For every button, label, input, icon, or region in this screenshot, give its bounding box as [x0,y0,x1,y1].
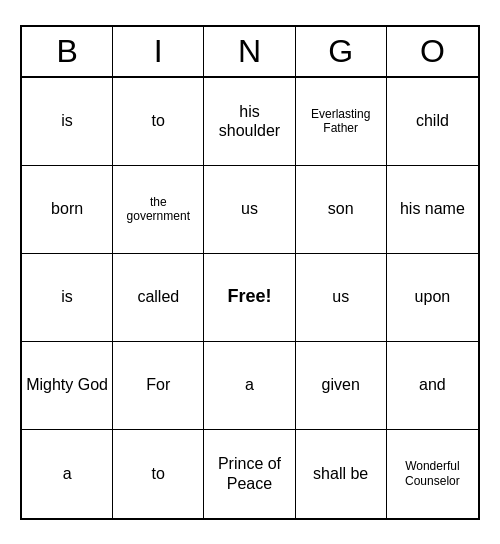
bingo-cell-9: his name [387,166,478,254]
bingo-cell-17: a [204,342,295,430]
header-letter-i: I [113,27,204,76]
bingo-cell-11: called [113,254,204,342]
bingo-cell-6: the government [113,166,204,254]
bingo-cell-4: child [387,78,478,166]
bingo-cell-10: is [22,254,113,342]
bingo-cell-8: son [296,166,387,254]
bingo-cell-23: shall be [296,430,387,518]
bingo-cell-13: us [296,254,387,342]
bingo-card: BINGO istohis shoulderEverlasting Father… [20,25,480,520]
bingo-grid: istohis shoulderEverlasting Fatherchildb… [22,78,478,518]
header-letter-b: B [22,27,113,76]
header-letter-n: N [204,27,295,76]
bingo-cell-19: and [387,342,478,430]
bingo-cell-3: Everlasting Father [296,78,387,166]
bingo-cell-21: to [113,430,204,518]
bingo-cell-16: For [113,342,204,430]
bingo-cell-22: Prince of Peace [204,430,295,518]
header-letter-g: G [296,27,387,76]
bingo-cell-14: upon [387,254,478,342]
header-letter-o: O [387,27,478,76]
bingo-cell-24: Wonderful Counselor [387,430,478,518]
bingo-cell-0: is [22,78,113,166]
bingo-cell-20: a [22,430,113,518]
bingo-cell-18: given [296,342,387,430]
bingo-cell-15: Mighty God [22,342,113,430]
bingo-header: BINGO [22,27,478,78]
bingo-cell-2: his shoulder [204,78,295,166]
bingo-cell-7: us [204,166,295,254]
bingo-cell-12: Free! [204,254,295,342]
bingo-cell-1: to [113,78,204,166]
bingo-cell-5: born [22,166,113,254]
